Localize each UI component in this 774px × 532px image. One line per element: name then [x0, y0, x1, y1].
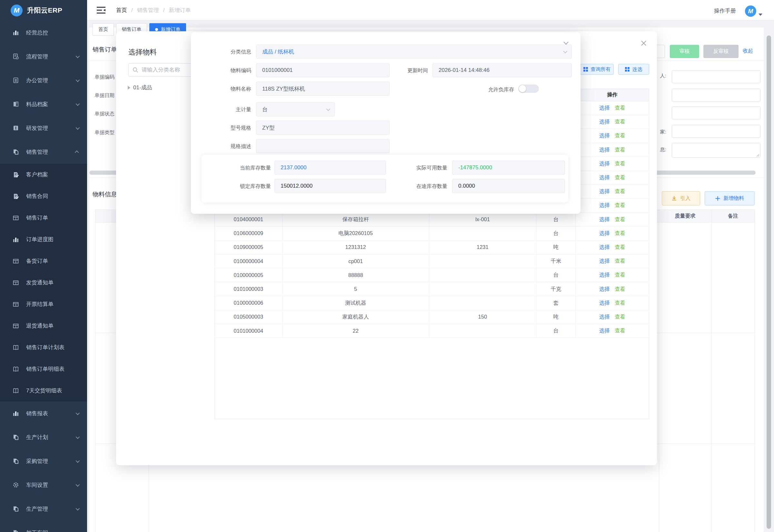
- view-link[interactable]: 查看: [615, 160, 625, 167]
- multi-select-button[interactable]: 连选: [618, 64, 649, 75]
- select-link[interactable]: 选择: [599, 146, 610, 153]
- tree-expand-caret-icon[interactable]: [128, 86, 130, 90]
- tree-node-finished-goods[interactable]: 01-成品: [128, 84, 152, 91]
- select-link[interactable]: 选择: [599, 313, 610, 320]
- view-link[interactable]: 查看: [615, 132, 625, 139]
- collapse-menu-icon[interactable]: [97, 7, 105, 15]
- picker-close-icon[interactable]: [640, 40, 647, 48]
- view-link[interactable]: 查看: [615, 313, 625, 320]
- current-stock-input[interactable]: 2137.0000: [274, 161, 386, 175]
- select-link[interactable]: 选择: [599, 230, 610, 237]
- select-link[interactable]: 选择: [599, 271, 610, 279]
- code-input[interactable]: 0101000001: [256, 63, 390, 77]
- sidebar-item[interactable]: 销售管理: [0, 140, 87, 164]
- select-link[interactable]: 选择: [599, 216, 610, 223]
- name-input[interactable]: 118S ZY型纸杯机: [256, 82, 390, 96]
- view-link[interactable]: 查看: [615, 104, 625, 112]
- available-stock-input[interactable]: -147875.0000: [452, 161, 565, 175]
- breadcrumb-home[interactable]: 首页: [116, 6, 127, 14]
- picker-col-actions: 操作: [576, 89, 649, 101]
- add-material-button[interactable]: 新增物料: [705, 191, 755, 205]
- select-link[interactable]: 选择: [599, 174, 610, 181]
- picker-table-row: 0106000009电脑20260105台选择查看: [215, 227, 649, 241]
- sidebar-item[interactable]: 销售报表: [0, 401, 87, 425]
- select-link[interactable]: 选择: [599, 132, 610, 139]
- right-input-4[interactable]: [672, 125, 760, 138]
- sidebar-item[interactable]: 经营总控: [0, 21, 87, 44]
- view-link[interactable]: 查看: [615, 244, 625, 251]
- sidebar-item[interactable]: 销售合同: [0, 185, 87, 207]
- sidebar-item[interactable]: 销售订单: [0, 207, 87, 229]
- view-link[interactable]: 查看: [615, 271, 625, 279]
- sidebar-item[interactable]: 办公管理: [0, 68, 87, 92]
- sidebar-item[interactable]: 研发管理: [0, 116, 87, 140]
- breadcrumb-sales[interactable]: 销售管理: [137, 6, 159, 14]
- sidebar-item[interactable]: 车间设置: [0, 473, 87, 497]
- manual-link[interactable]: 操作手册: [714, 7, 736, 15]
- select-link[interactable]: 选择: [599, 188, 610, 195]
- sidebar-item[interactable]: 客户档案: [0, 164, 87, 185]
- bar-chart-icon: [12, 236, 19, 243]
- view-link[interactable]: 查看: [615, 230, 625, 237]
- unapprove-button[interactable]: 反审核: [703, 45, 739, 58]
- select-link[interactable]: 选择: [599, 327, 610, 334]
- query-all-button[interactable]: 查询所有: [580, 64, 614, 75]
- select-link[interactable]: 选择: [599, 286, 610, 293]
- unit-select[interactable]: 台: [256, 102, 335, 116]
- transit-stock-input[interactable]: 0.0000: [452, 179, 565, 193]
- label-model: 型号规格: [191, 125, 251, 132]
- select-link[interactable]: 选择: [599, 202, 610, 209]
- category-select[interactable]: 成品 / 纸杯机: [256, 44, 572, 59]
- view-link[interactable]: 查看: [615, 202, 625, 209]
- select-link[interactable]: 选择: [599, 118, 610, 125]
- view-link[interactable]: 查看: [615, 188, 625, 195]
- locked-stock-input[interactable]: 150012.0000: [274, 179, 386, 193]
- spec-desc-input[interactable]: [256, 139, 390, 153]
- sidebar-item[interactable]: 销售订单明细表: [0, 358, 87, 380]
- select-link[interactable]: 选择: [599, 244, 610, 251]
- right-input-1[interactable]: [672, 70, 760, 83]
- sidebar-item[interactable]: 生产计划: [0, 425, 87, 449]
- sidebar-item[interactable]: 加工车间: [0, 521, 87, 532]
- negative-stock-toggle[interactable]: [518, 84, 539, 93]
- resize-handle-icon[interactable]: [756, 153, 759, 157]
- sidebar-item[interactable]: 流程管理: [0, 44, 87, 68]
- view-link[interactable]: 查看: [615, 258, 625, 265]
- sidebar-item[interactable]: 生产管理: [0, 497, 87, 521]
- remark-textarea[interactable]: [672, 143, 760, 158]
- sidebar-item[interactable]: 料品档案: [0, 92, 87, 116]
- model-input[interactable]: ZY型: [256, 121, 390, 135]
- sidebar-item[interactable]: 退货通知单: [0, 315, 87, 337]
- sidebar-item[interactable]: 备货订单: [0, 250, 87, 272]
- select-link[interactable]: 选择: [599, 300, 610, 307]
- view-link[interactable]: 查看: [615, 327, 625, 334]
- vertical-scrollbar[interactable]: [767, 35, 771, 529]
- view-link[interactable]: 查看: [615, 118, 625, 125]
- view-link[interactable]: 查看: [615, 300, 625, 307]
- select-link[interactable]: 选择: [599, 160, 610, 167]
- select-link[interactable]: 选择: [599, 104, 610, 112]
- sidebar-item[interactable]: 销售订单计划表: [0, 337, 87, 358]
- view-link[interactable]: 查看: [615, 216, 625, 223]
- user-dropdown-caret-icon[interactable]: [759, 14, 762, 16]
- select-link[interactable]: 选择: [599, 258, 610, 265]
- view-link[interactable]: 查看: [615, 286, 625, 293]
- view-link[interactable]: 查看: [615, 146, 625, 153]
- updated-input[interactable]: 2026-01-14 14:48:46: [432, 63, 572, 77]
- sidebar-item[interactable]: 订单进度图: [0, 229, 87, 250]
- user-avatar[interactable]: M: [745, 5, 756, 17]
- view-link[interactable]: 查看: [615, 174, 625, 181]
- import-button[interactable]: 引入: [662, 191, 700, 205]
- right-input-3[interactable]: [672, 106, 760, 119]
- sidebar-item[interactable]: 采购管理: [0, 449, 87, 473]
- sidebar-item[interactable]: 开票结算单: [0, 293, 87, 315]
- sidebar-item[interactable]: 发货通知单: [0, 272, 87, 293]
- cell-actions: 选择查看: [576, 310, 649, 324]
- approve-button[interactable]: 审核: [670, 45, 699, 58]
- right-input-2[interactable]: [672, 89, 760, 102]
- cell-spec: [429, 254, 537, 268]
- sidebar-item[interactable]: 7天交货明细表: [0, 380, 87, 401]
- collapse-link[interactable]: 收起: [743, 48, 753, 54]
- tab-home[interactable]: 首页: [93, 23, 114, 36]
- sidebar-menu: 经营总控流程管理办公管理料品档案研发管理销售管理客户档案销售合同销售订单订单进度…: [0, 21, 87, 532]
